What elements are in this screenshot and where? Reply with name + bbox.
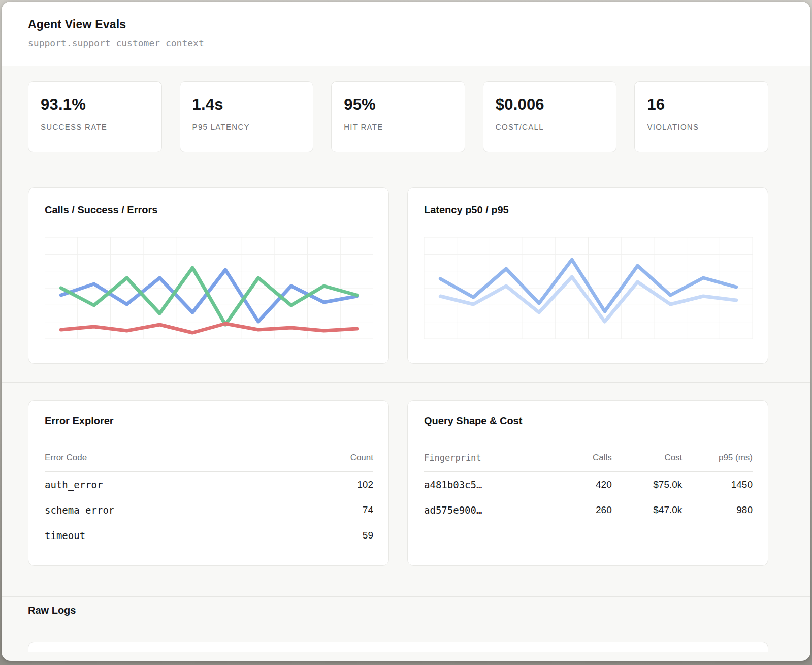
- chart-title: Latency p50 / p95: [424, 204, 753, 216]
- calls-success-errors-line-chart[interactable]: [45, 237, 373, 339]
- column-header-p95-ms: p95 (ms): [682, 453, 753, 463]
- tables-row: Error Explorer Error Code Count auth_err…: [2, 382, 810, 596]
- table-row[interactable]: schema_error 74: [45, 497, 373, 523]
- query-shape-title: Query Shape & Cost: [424, 415, 752, 427]
- p95-cell: 1450: [682, 479, 753, 490]
- error-explorer-header: Error Explorer: [28, 401, 388, 440]
- fingerprint-cell: ad575e900…: [424, 504, 551, 516]
- dashboard-window: Agent View Evals support.support_custome…: [2, 2, 810, 661]
- table-row[interactable]: a481b03c5… 420 $75.0k 1450: [424, 472, 753, 497]
- column-header-count: Count: [350, 453, 373, 463]
- page-title: Agent View Evals: [28, 18, 784, 31]
- count-cell: 74: [363, 504, 373, 516]
- error-explorer-table: Error Code Count auth_error 102 schema_e…: [28, 440, 388, 565]
- kpi-label: SUCCESS RATE: [41, 122, 149, 131]
- kpi-label: P95 LATENCY: [192, 122, 301, 131]
- error-code-cell: timeout: [45, 530, 363, 541]
- query-shape-cost-card: Query Shape & Cost Fingerprint Calls Cos…: [407, 400, 768, 566]
- error-code-cell: schema_error: [45, 504, 363, 516]
- kpi-strip: 93.1% SUCCESS RATE 1.4s P95 LATENCY 95% …: [2, 66, 810, 173]
- cost-cell: $47.0k: [612, 504, 683, 516]
- kpi-card-violations: 16 VIOLATIONS: [634, 81, 768, 152]
- error-explorer-card: Error Explorer Error Code Count auth_err…: [28, 400, 389, 566]
- kpi-label: COST/CALL: [496, 122, 604, 131]
- page-subtitle: support.support_customer_context: [28, 38, 784, 48]
- latency-p50-p95-line-chart[interactable]: [424, 237, 753, 339]
- charts-row: Calls / Success / Errors Latency p50 / p…: [2, 173, 810, 382]
- kpi-label: VIOLATIONS: [647, 122, 756, 131]
- kpi-card-p95-latency: 1.4s P95 LATENCY: [180, 81, 314, 152]
- kpi-card-success-rate: 93.1% SUCCESS RATE: [28, 81, 162, 152]
- table-row[interactable]: auth_error 102: [45, 472, 373, 497]
- query-shape-header: Query Shape & Cost: [408, 401, 768, 440]
- kpi-card-cost-per-call: $0.006 COST/CALL: [483, 81, 617, 152]
- calls-cell: 260: [551, 504, 612, 516]
- table-row[interactable]: ad575e900… 260 $47.0k 980: [424, 497, 753, 523]
- kpi-value: 16: [647, 96, 756, 114]
- latency-chart-card: Latency p50 / p95: [407, 187, 768, 364]
- table-row[interactable]: timeout 59: [45, 523, 373, 548]
- fingerprint-cell: a481b03c5…: [424, 479, 551, 490]
- cost-cell: $75.0k: [612, 479, 683, 490]
- column-header-calls: Calls: [551, 453, 612, 463]
- kpi-label: HIT RATE: [344, 122, 452, 131]
- error-explorer-title: Error Explorer: [45, 415, 372, 427]
- p95-cell: 980: [682, 504, 753, 516]
- kpi-value: 93.1%: [41, 96, 149, 114]
- kpi-card-hit-rate: 95% HIT RATE: [331, 81, 465, 152]
- chart-title: Calls / Success / Errors: [45, 204, 373, 216]
- table-header-row: Fingerprint Calls Cost p95 (ms): [424, 453, 753, 472]
- page-header: Agent View Evals support.support_custome…: [2, 2, 810, 66]
- raw-logs-card-top: [28, 642, 768, 652]
- raw-logs-section: Raw Logs: [2, 596, 810, 652]
- kpi-value: $0.006: [496, 96, 604, 114]
- raw-logs-title: Raw Logs: [28, 605, 768, 616]
- kpi-value: 1.4s: [192, 96, 301, 114]
- column-header-cost: Cost: [612, 453, 683, 463]
- column-header-error-code: Error Code: [45, 453, 350, 463]
- count-cell: 59: [363, 530, 373, 541]
- error-code-cell: auth_error: [45, 479, 357, 490]
- column-header-fingerprint: Fingerprint: [424, 453, 551, 463]
- query-shape-table: Fingerprint Calls Cost p95 (ms) a481b03c…: [408, 440, 768, 540]
- table-header-row: Error Code Count: [45, 453, 373, 472]
- calls-cell: 420: [551, 479, 612, 490]
- count-cell: 102: [357, 479, 373, 490]
- kpi-value: 95%: [344, 96, 452, 114]
- calls-success-errors-chart-card: Calls / Success / Errors: [28, 187, 389, 364]
